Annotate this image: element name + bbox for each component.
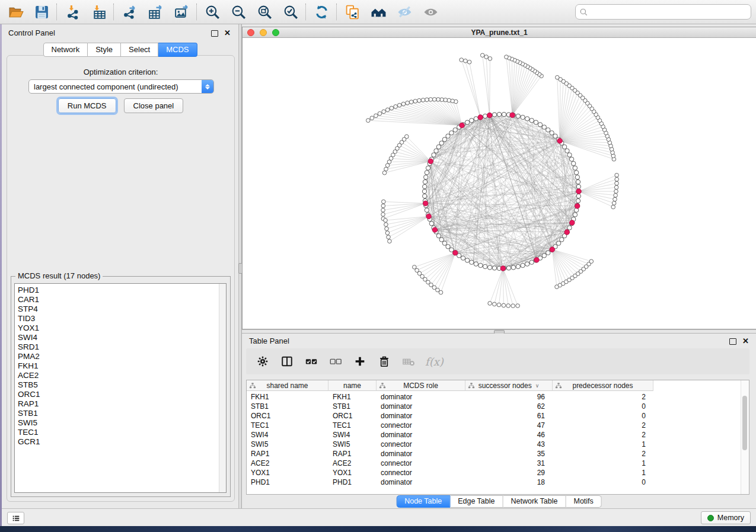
mcds-node-item[interactable]: FKH1 [15,361,226,371]
network-node[interactable] [387,160,391,164]
mcds-dominator-node[interactable] [550,247,555,252]
network-node[interactable] [562,145,566,149]
table-scrollbar[interactable] [741,380,749,494]
network-node[interactable] [569,157,573,161]
network-node[interactable] [474,262,478,266]
network-node[interactable] [426,166,430,170]
mcds-dominator-node[interactable] [534,258,540,263]
network-node[interactable] [436,233,441,238]
network-node[interactable] [382,110,386,114]
mcds-dominator-node[interactable] [426,214,432,219]
network-node[interactable] [546,128,550,132]
network-node[interactable] [516,264,520,268]
network-node[interactable] [529,118,534,123]
tab-node-table[interactable]: Node Table [396,495,450,508]
network-node[interactable] [572,161,576,165]
network-node[interactable] [502,112,506,116]
mcds-node-item[interactable]: SWI5 [15,418,226,428]
network-node[interactable] [542,254,546,258]
network-node[interactable] [576,194,580,198]
network-node[interactable] [488,57,492,61]
network-node[interactable] [388,239,392,243]
mcds-node-item[interactable]: TEC1 [15,428,226,437]
show-all-button[interactable] [417,2,444,22]
deselect-all-button[interactable] [328,354,343,369]
network-node[interactable] [576,198,580,203]
network-node[interactable] [484,55,489,59]
close-panel-icon[interactable]: ✕ [742,338,749,345]
network-node[interactable] [615,181,619,185]
mcds-node-item[interactable]: TID3 [15,314,226,323]
network-node[interactable] [614,193,618,197]
mcds-dominator-node[interactable] [453,251,458,256]
mcds-node-item[interactable]: ORC1 [15,390,226,399]
table-row[interactable]: RAP1RAP1dominator352 [247,449,749,459]
table-row[interactable]: FKH1FKH1dominator962 [247,392,749,402]
select-all-button[interactable] [304,354,319,369]
table-row[interactable]: TEC1TEC1connector472 [247,421,749,430]
network-node[interactable] [487,265,492,270]
network-node[interactable] [521,263,525,267]
network-node[interactable] [560,238,564,242]
network-node[interactable] [516,114,520,118]
network-node[interactable] [425,98,429,102]
network-node[interactable] [542,125,546,129]
network-node[interactable] [565,149,569,153]
import-table-button[interactable] [85,2,111,22]
network-canvas[interactable] [243,38,755,329]
network-node[interactable] [467,60,471,64]
network-node[interactable] [615,177,619,181]
network-node[interactable] [534,120,538,124]
network-node[interactable] [480,53,484,57]
hide-selected-button[interactable] [391,2,417,22]
mcds-dominator-node[interactable] [432,227,438,233]
network-node[interactable] [366,118,371,123]
network-node[interactable] [447,98,451,102]
network-node[interactable] [538,123,542,127]
network-node[interactable] [506,304,511,308]
mcds-dominator-node[interactable] [570,220,575,226]
network-node[interactable] [384,223,388,227]
network-node[interactable] [436,98,441,102]
tab-edge-table[interactable]: Edge Table [450,495,503,508]
zoom-selected-button[interactable] [277,2,304,22]
function-builder-button[interactable]: f(x) [425,354,444,369]
network-node[interactable] [483,264,487,268]
network-node[interactable] [451,99,455,103]
network-node[interactable] [436,288,440,292]
open-file-button[interactable] [2,2,28,22]
network-node[interactable] [422,189,426,193]
network-node[interactable] [440,98,444,102]
network-node[interactable] [505,55,509,59]
network-node[interactable] [385,231,390,235]
mcds-dominator-node[interactable] [500,266,506,271]
show-panels-button[interactable] [7,512,24,524]
network-node[interactable] [479,263,483,267]
network-node[interactable] [516,304,520,308]
network-node[interactable] [470,118,474,123]
mcds-node-item[interactable]: CAR1 [15,295,226,305]
table-row[interactable]: PHD1PHD1dominator180 [247,477,749,487]
network-node[interactable] [442,137,446,142]
network-node[interactable] [423,194,427,198]
network-node[interactable] [394,105,398,109]
network-node[interactable] [465,258,469,262]
mcds-dominator-node[interactable] [564,230,570,235]
network-node[interactable] [397,103,401,107]
network-node[interactable] [611,205,615,209]
network-node[interactable] [406,101,410,105]
tab-network[interactable]: Network [43,43,88,57]
column-header-mcds-role[interactable]: MCDS role [377,380,465,391]
mcds-node-item[interactable]: STP4 [15,305,226,314]
settings-button[interactable] [255,354,270,369]
network-node[interactable] [614,190,618,194]
network-node[interactable] [614,185,618,190]
network-node[interactable] [525,262,529,266]
network-node[interactable] [553,134,557,138]
network-node[interactable] [502,303,506,307]
network-node[interactable] [460,58,464,62]
network-node[interactable] [425,208,429,212]
network-node[interactable] [444,98,448,102]
network-node[interactable] [465,120,469,124]
run-mcds-button[interactable]: Run MCDS [58,98,116,113]
